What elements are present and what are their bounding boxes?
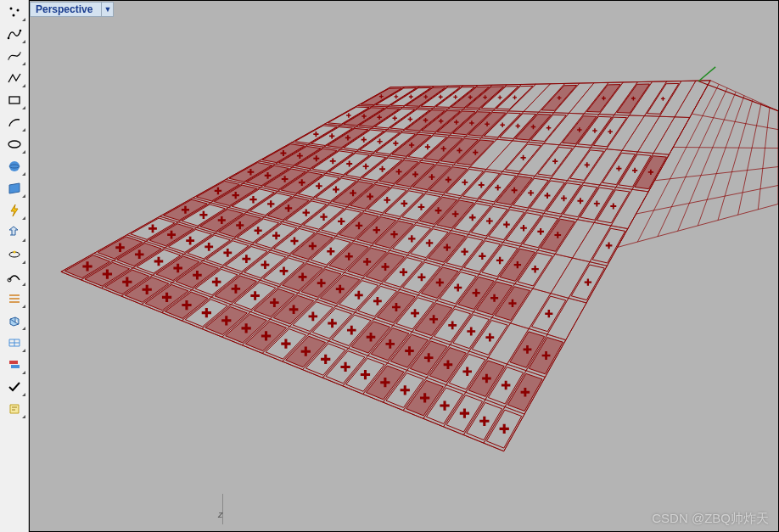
- svg-line-439: [658, 88, 727, 237]
- svg-marker-255: [551, 258, 590, 298]
- svg-line-447: [698, 67, 715, 81]
- svg-point-4: [19, 30, 21, 32]
- script-tool[interactable]: [3, 399, 26, 419]
- viewport-title-label[interactable]: Perspective: [30, 2, 102, 17]
- svg-rect-6: [20, 52, 21, 53]
- box-tool[interactable]: [3, 311, 26, 331]
- svg-marker-173: [611, 189, 648, 228]
- svg-marker-90: [638, 116, 675, 153]
- point-tool[interactable]: [3, 2, 26, 22]
- rectangle-tool[interactable]: [3, 90, 26, 110]
- svg-line-444: [758, 107, 770, 210]
- axis-z-label: z: [218, 509, 223, 519]
- arc-tool[interactable]: [3, 112, 26, 132]
- svg-point-3: [7, 37, 9, 40]
- svg-line-436: [618, 204, 778, 247]
- sweep-tool[interactable]: [3, 266, 26, 287]
- curve-control-tool[interactable]: [3, 46, 26, 66]
- svg-marker-254: [533, 254, 573, 293]
- svg-point-2: [12, 14, 14, 17]
- svg-point-0: [9, 8, 12, 10]
- svg-point-1: [16, 9, 19, 12]
- svg-marker-213: [573, 222, 611, 261]
- svg-marker-124: [584, 149, 622, 185]
- svg-line-440: [678, 92, 736, 231]
- svg-line-443: [738, 104, 761, 215]
- revolve-tool[interactable]: [3, 244, 26, 265]
- viewport-perspective[interactable]: Perspective ▼ z: [29, 0, 779, 532]
- loft-tool[interactable]: [3, 288, 26, 309]
- viewport-title-bar: Perspective ▼: [30, 1, 114, 18]
- svg-rect-5: [8, 59, 9, 60]
- ellipse-tool[interactable]: [3, 134, 26, 154]
- left-toolbar: [0, 0, 29, 532]
- svg-point-8: [8, 141, 20, 148]
- svg-marker-299: [547, 298, 586, 339]
- mesh-tool[interactable]: [3, 333, 26, 353]
- svg-marker-91: [653, 117, 690, 154]
- viewport-dropdown-button[interactable]: ▼: [102, 2, 114, 17]
- curve-interp-tool[interactable]: [3, 24, 26, 44]
- svg-rect-7: [9, 97, 20, 104]
- polyline-tool[interactable]: [3, 68, 26, 88]
- layer-tool[interactable]: [3, 355, 26, 375]
- lightning-tool[interactable]: [3, 200, 26, 221]
- scene-3d[interactable]: [30, 1, 778, 532]
- check-tool[interactable]: [3, 377, 26, 397]
- svg-line-441: [698, 96, 744, 226]
- svg-point-9: [9, 161, 20, 171]
- svg-line-442: [718, 99, 753, 220]
- svg-rect-15: [11, 365, 20, 368]
- svg-line-446: [698, 81, 778, 111]
- svg-point-12: [13, 251, 15, 254]
- sphere-tool[interactable]: [3, 156, 26, 176]
- svg-rect-14: [9, 361, 18, 364]
- surface-tool[interactable]: [3, 178, 26, 199]
- extrude-tool[interactable]: [3, 222, 26, 243]
